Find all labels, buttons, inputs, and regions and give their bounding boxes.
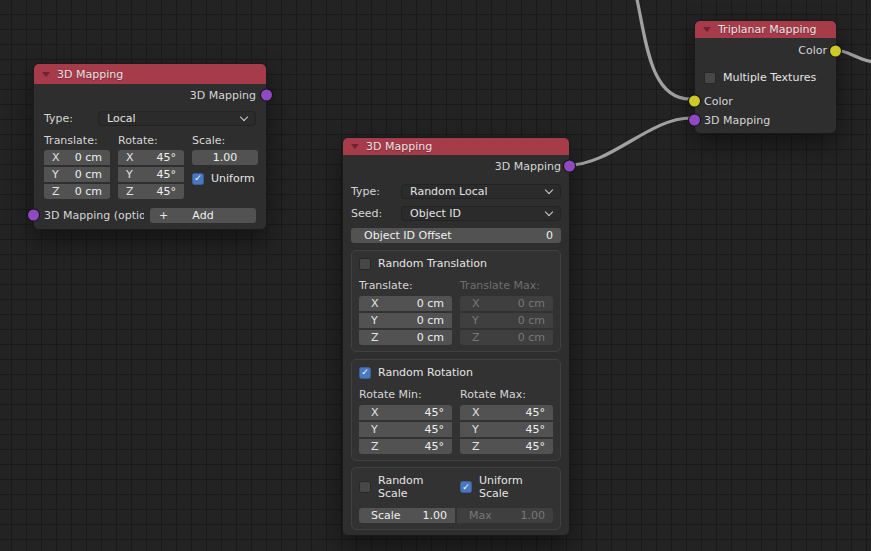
- random-translation-row: Random Translation: [359, 257, 553, 270]
- translate-x-field[interactable]: X0 cm: [359, 296, 452, 311]
- node-header[interactable]: 3D Mapping: [343, 138, 569, 155]
- random-translation-checkbox[interactable]: [359, 258, 371, 270]
- random-rotation-checkbox[interactable]: [359, 367, 371, 379]
- rotate-header: Rotate:: [118, 134, 184, 147]
- offset-value: 0: [546, 229, 553, 242]
- axis-label: X: [52, 151, 60, 164]
- output-socket-label: 3D Mapping: [495, 160, 561, 173]
- collapse-triangle-icon[interactable]: [351, 144, 359, 149]
- node-link-mapping-to-triplanar[interactable]: [569, 118, 691, 165]
- type-dropdown[interactable]: Local: [98, 111, 256, 126]
- uniform-label: Uniform: [211, 172, 255, 185]
- input-socket-label: 3D Mapping (option…: [44, 209, 144, 222]
- rotate-min-z-field[interactable]: Z45°: [359, 439, 452, 454]
- axis-label: Y: [371, 314, 378, 327]
- uniform-scale-checkbox[interactable]: [460, 481, 472, 493]
- axis-label: X: [472, 406, 480, 419]
- scale-header: Scale:: [192, 134, 258, 147]
- random-rotation-panel: Random Rotation Rotate Min: Rotate Max: …: [351, 359, 561, 461]
- node-3d-mapping-large[interactable]: 3D Mapping 3D Mapping Type: Random Local…: [342, 137, 570, 536]
- output-socket-3d-mapping[interactable]: [564, 161, 575, 172]
- uniform-checkbox[interactable]: [192, 173, 204, 185]
- rotate-max-z-field[interactable]: Z45°: [460, 439, 553, 454]
- chevron-down-icon: [545, 186, 553, 194]
- scale-field[interactable]: 1.00: [192, 150, 258, 165]
- field-value: 0 cm: [75, 151, 102, 164]
- collapse-triangle-icon[interactable]: [703, 27, 711, 32]
- translate-z-field[interactable]: Z0 cm: [44, 184, 110, 199]
- offset-label: Object ID Offset: [364, 229, 452, 242]
- output-row: Color: [704, 43, 827, 58]
- output-socket-label: 3D Mapping: [190, 89, 256, 102]
- field-value: 0 cm: [417, 297, 444, 310]
- node-header[interactable]: 3D Mapping: [34, 64, 266, 84]
- rotate-min-x-field[interactable]: X45°: [359, 405, 452, 420]
- output-socket-3d-mapping[interactable]: [261, 90, 272, 101]
- field-value: 1.00: [213, 151, 238, 164]
- axis-label: Z: [52, 185, 60, 198]
- type-row: Type: Local: [44, 111, 256, 126]
- field-value: 0 cm: [417, 314, 444, 327]
- type-dropdown[interactable]: Random Local: [401, 184, 561, 199]
- axis-label: X: [472, 297, 480, 310]
- translate-x-field[interactable]: X0 cm: [44, 150, 110, 165]
- output-socket-color[interactable]: [830, 45, 841, 56]
- random-scale-checkbox[interactable]: [359, 481, 371, 493]
- node-link-top-to-color-input[interactable]: [637, 0, 691, 99]
- random-rotation-row: Random Rotation: [359, 366, 553, 379]
- scale-value: 1.00: [423, 509, 448, 522]
- type-label: Type:: [44, 112, 98, 125]
- translate-min-header: Translate:: [359, 279, 452, 292]
- field-value: 45°: [425, 440, 445, 453]
- input-socket-3d-mapping[interactable]: [28, 210, 39, 221]
- field-value: 45°: [526, 440, 546, 453]
- uniform-scale-row: Uniform Scale: [460, 474, 553, 500]
- multiple-textures-checkbox[interactable]: [704, 72, 716, 84]
- rotate-x-field[interactable]: X45°: [118, 150, 184, 165]
- translate-z-field[interactable]: Z0 cm: [359, 330, 452, 345]
- collapse-triangle-icon[interactable]: [42, 72, 50, 77]
- input-row: 3D Mapping (option… + Add: [44, 207, 256, 223]
- object-id-offset-slider[interactable]: Object ID Offset 0: [351, 228, 561, 243]
- axis-label: Y: [472, 423, 479, 436]
- node-3d-mapping-small[interactable]: 3D Mapping 3D Mapping Type: Local Transl…: [33, 63, 267, 230]
- input-socket-color[interactable]: [689, 96, 700, 107]
- scale-max-value: 1.00: [521, 509, 546, 522]
- add-button-label: Add: [192, 209, 213, 222]
- add-button[interactable]: + Add: [150, 208, 256, 223]
- scale-slider[interactable]: Scale 1.00: [359, 508, 455, 523]
- uniform-checkbox-row: Uniform: [192, 172, 258, 185]
- axis-label: Y: [472, 314, 479, 327]
- node-link-color-output-right[interactable]: [836, 50, 871, 62]
- field-value: 0 cm: [518, 331, 545, 344]
- axis-label: X: [371, 406, 379, 419]
- random-translation-panel: Random Translation Translate: Translate …: [351, 250, 561, 352]
- axis-label: X: [126, 151, 134, 164]
- node-title: 3D Mapping: [366, 140, 432, 153]
- rotate-z-field[interactable]: Z45°: [118, 184, 184, 199]
- chevron-down-icon: [240, 113, 248, 121]
- rotate-min-y-field[interactable]: Y45°: [359, 422, 452, 437]
- column-headers: Translate: Rotate: Scale:: [44, 134, 256, 147]
- plus-icon: +: [159, 208, 168, 223]
- field-value: 45°: [157, 168, 177, 181]
- seed-dropdown[interactable]: Object ID: [401, 206, 561, 221]
- scale-max-label: Max: [469, 509, 492, 522]
- field-value: 45°: [157, 151, 177, 164]
- rotate-max-y-field[interactable]: Y45°: [460, 422, 553, 437]
- output-row: 3D Mapping: [351, 158, 561, 174]
- input-color-row: Color: [704, 94, 827, 108]
- node-triplanar-mapping[interactable]: Triplanar Mapping Color Multiple Texture…: [694, 20, 837, 134]
- rotate-max-x-field[interactable]: X45°: [460, 405, 553, 420]
- translate-y-field[interactable]: Y0 cm: [359, 313, 452, 328]
- input-socket-3d-mapping[interactable]: [689, 115, 700, 126]
- output-row: 3D Mapping: [44, 87, 256, 103]
- node-editor-canvas[interactable]: 3D Mapping 3D Mapping Type: Local Transl…: [0, 0, 871, 551]
- input-color-label: Color: [704, 95, 733, 108]
- axis-label: Z: [126, 185, 134, 198]
- translate-y-field[interactable]: Y0 cm: [44, 167, 110, 182]
- rotate-y-field[interactable]: Y45°: [118, 167, 184, 182]
- type-label: Type:: [351, 185, 401, 198]
- scale-label: Scale: [371, 509, 401, 522]
- node-header[interactable]: Triplanar Mapping: [695, 21, 836, 38]
